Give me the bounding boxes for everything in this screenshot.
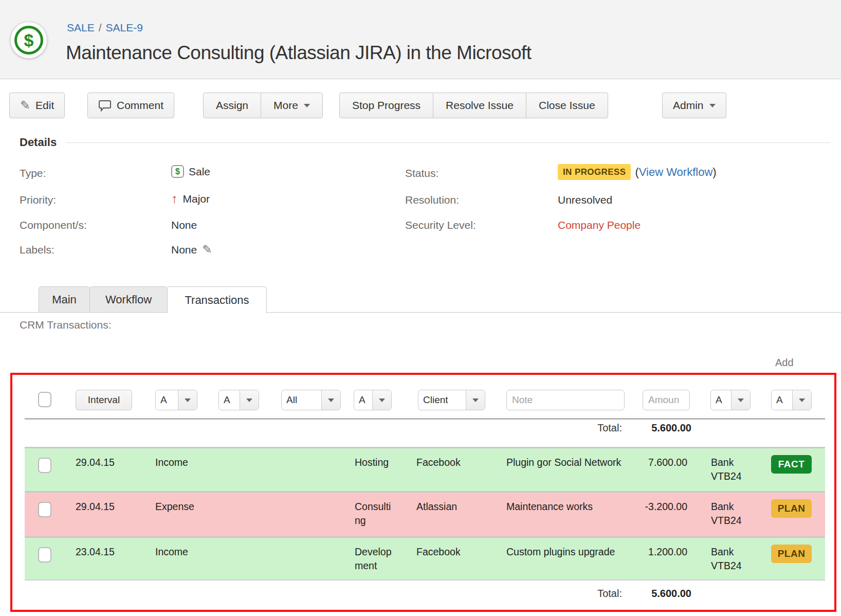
- cell-amount: -3.200.00: [645, 500, 687, 514]
- pencil-icon: ✎: [20, 98, 30, 113]
- cell-type: Income: [155, 456, 188, 469]
- cell-product: Consulting: [355, 500, 392, 528]
- details-divider: [66, 142, 831, 143]
- chevron-down-icon: [240, 390, 259, 410]
- assign-button[interactable]: Assign: [203, 93, 261, 118]
- all-filter-dropdown[interactable]: All: [281, 390, 341, 410]
- type-value: $ Sale: [171, 165, 210, 178]
- security-level-value: Company People: [558, 219, 641, 231]
- total-value: 5.600.00: [651, 588, 691, 600]
- select-all-checkbox[interactable]: [38, 392, 51, 407]
- add-transaction-link[interactable]: Add: [775, 357, 794, 369]
- bank-filter-dropdown[interactable]: A: [710, 390, 751, 410]
- table-row: 23.04.15 Income Development Facebook Cus…: [25, 536, 825, 581]
- edit-labels-pencil-icon[interactable]: ✎: [202, 243, 212, 257]
- chevron-down-icon: [466, 390, 485, 410]
- fact-state-badge[interactable]: FACT: [771, 455, 812, 474]
- admin-button[interactable]: Admin: [662, 93, 726, 118]
- note-filter-input[interactable]: [506, 390, 625, 410]
- close-issue-label: Close Issue: [539, 99, 595, 112]
- issue-type-avatar: $: [10, 22, 47, 59]
- type-filter-dropdown[interactable]: A: [155, 390, 197, 410]
- tab-main[interactable]: Main: [39, 286, 90, 313]
- cell-date: 23.04.15: [76, 545, 115, 559]
- type-value-text: Sale: [189, 166, 210, 178]
- transactions-table: Interval A A All A Client A A: [10, 373, 836, 612]
- cell-type: Expense: [155, 500, 194, 514]
- chevron-down-icon: [792, 390, 811, 410]
- stop-progress-label: Stop Progress: [352, 99, 420, 112]
- cell-client: Atlassian: [416, 500, 457, 514]
- assign-button-group: Assign More: [203, 93, 323, 118]
- labels-label: Labels:: [20, 244, 54, 256]
- chevron-down-icon: [321, 390, 340, 410]
- all-filter-value: All: [282, 390, 321, 410]
- amount-filter-input[interactable]: [643, 390, 690, 410]
- tab-workflow[interactable]: Workflow: [89, 286, 168, 313]
- components-value: None: [171, 219, 197, 231]
- resolve-issue-label: Resolve Issue: [446, 99, 514, 112]
- priority-label: Priority:: [20, 194, 56, 206]
- chevron-down-icon: [372, 390, 391, 410]
- client-filter-value: Client: [418, 390, 466, 410]
- type-label: Type:: [20, 167, 46, 179]
- priority-value-text: Major: [183, 193, 210, 205]
- plan-state-badge[interactable]: PLAN: [771, 545, 812, 563]
- state-filter-value: A: [772, 390, 792, 410]
- more-button[interactable]: More: [261, 93, 323, 118]
- type-filter-value: A: [156, 390, 178, 410]
- security-level-label: Security Level:: [405, 219, 476, 231]
- chevron-down-icon: [709, 104, 716, 107]
- cell-bank: Bank VTB24: [711, 456, 755, 483]
- state-filter-dropdown[interactable]: A: [771, 390, 812, 410]
- client-filter-dropdown[interactable]: Client: [418, 390, 485, 410]
- chevron-down-icon: [304, 104, 310, 107]
- components-label: Component/s:: [20, 219, 87, 231]
- row-checkbox[interactable]: [38, 547, 51, 563]
- view-workflow-link[interactable]: View Workflow: [639, 166, 712, 179]
- total-row-top: Total: 5.600.00: [25, 422, 825, 438]
- issue-page: $ SALE/SALE-9 Maintenance Consulting (At…: [0, 0, 841, 616]
- breadcrumb-project-link[interactable]: SALE: [67, 22, 95, 33]
- cell-date: 29.04.15: [76, 500, 115, 514]
- table-row: 29.04.15 Income Hosting Facebook Plugin …: [25, 447, 825, 491]
- chevron-down-icon: [178, 390, 197, 410]
- close-issue-button[interactable]: Close Issue: [526, 93, 608, 118]
- cell-product: Hosting: [355, 456, 392, 469]
- cell-amount: 1.200.00: [648, 545, 687, 559]
- comment-bubble-icon: [98, 99, 112, 112]
- issue-header: $ SALE/SALE-9 Maintenance Consulting (At…: [0, 0, 841, 79]
- row-checkbox[interactable]: [38, 502, 51, 517]
- total-label: Total:: [597, 422, 622, 434]
- stop-progress-button[interactable]: Stop Progress: [339, 93, 433, 118]
- sale-type-icon: $: [171, 165, 184, 178]
- total-value: 5.600.00: [651, 422, 691, 434]
- assign-button-label: Assign: [216, 99, 248, 112]
- labels-value: None ✎: [171, 243, 212, 257]
- labels-value-text: None: [171, 244, 197, 256]
- edit-button[interactable]: ✎ Edit: [9, 93, 65, 118]
- resolution-label: Resolution:: [405, 194, 459, 206]
- cell-client: Facebook: [416, 456, 461, 469]
- priority-major-icon: ↑: [171, 191, 178, 206]
- comment-button[interactable]: Comment: [87, 93, 174, 118]
- row-checkbox[interactable]: [38, 458, 51, 473]
- tab-transactions[interactable]: Transactions: [167, 286, 267, 313]
- product-filter-dropdown[interactable]: A: [354, 390, 392, 410]
- interval-filter-button[interactable]: Interval: [76, 390, 132, 410]
- plan-state-badge[interactable]: PLAN: [771, 499, 812, 518]
- more-button-label: More: [273, 99, 298, 112]
- workflow-open-paren: (: [635, 166, 638, 179]
- total-label: Total:: [597, 588, 622, 600]
- breadcrumb-separator: /: [95, 22, 106, 33]
- edit-button-label: Edit: [35, 99, 54, 112]
- cell-bank: Bank VTB24: [711, 500, 755, 528]
- cell-type: Income: [155, 545, 188, 559]
- status-value: IN PROGRESS (View Workflow): [558, 164, 717, 180]
- resolve-issue-button[interactable]: Resolve Issue: [433, 93, 526, 118]
- breadcrumb-issue-link[interactable]: SALE-9: [106, 22, 143, 33]
- table-row: 29.04.15 Expense Consulting Atlassian Ma…: [25, 491, 825, 536]
- cell-note: Plugin gor Social Network: [506, 456, 621, 469]
- category-filter-dropdown[interactable]: A: [218, 390, 259, 410]
- cell-note: Custom plugins upgrade: [506, 545, 615, 559]
